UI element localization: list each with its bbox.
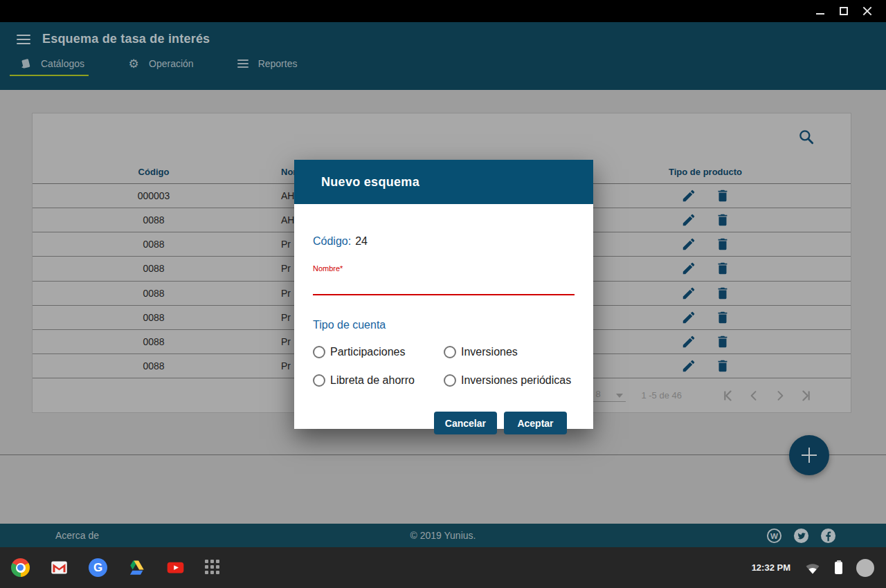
edit-pencil-icon[interactable] [681,261,696,276]
report-lines-icon [237,57,249,70]
edit-pencil-icon[interactable] [681,237,696,252]
search-icon[interactable] [797,128,815,146]
nombre-field-label: Nombre* [313,264,575,273]
window-titlebar [0,0,886,22]
delete-trash-icon[interactable] [715,212,730,228]
system-clock[interactable]: 12:32 PM [752,562,790,573]
radio-unchecked-icon [313,346,325,358]
last-page-button[interactable] [798,387,815,404]
maximize-button[interactable] [832,0,856,22]
chevron-down-icon [616,394,623,398]
apps-grid-icon[interactable] [205,558,224,577]
radio-label: Libreta de ahorro [330,374,415,387]
cell-codigo: 0088 [33,336,275,347]
wifi-icon[interactable] [804,560,821,576]
nuevo-esquema-dialog: Nuevo esquema Código:24 Nombre* Tipo de … [294,160,593,429]
cell-codigo: 0088 [33,288,275,299]
account-type-options: Participaciones Inversiones Libreta de a… [313,346,575,387]
cancel-button[interactable]: Cancelar [434,412,497,434]
tab-operacion[interactable]: ⚙ Operación [127,57,194,76]
codigo-value: 24 [355,235,368,247]
svg-text:W: W [770,531,778,540]
radio-unchecked-icon [444,374,456,387]
accept-button[interactable]: Aceptar [504,412,567,434]
add-scheme-fab[interactable] [789,435,829,475]
edit-pencil-icon[interactable] [681,212,696,228]
nombre-input[interactable] [313,290,575,295]
cell-codigo: 0088 [33,214,275,226]
app-footer: Acerca de © 2019 Yunius. W [0,524,886,547]
facebook-icon[interactable] [820,528,836,544]
next-page-button[interactable] [772,387,788,404]
account-type-radio[interactable]: Participaciones [313,346,444,358]
radio-unchecked-icon [444,346,456,358]
page-title: Esquema de tasa de interés [42,32,210,46]
account-type-radio[interactable]: Libreta de ahorro [313,374,444,387]
close-icon [862,6,872,16]
cell-codigo: 0088 [33,312,275,323]
per-page-value: 8 [595,389,600,399]
tab-label: Operación [149,58,194,69]
twitter-icon[interactable] [793,528,809,544]
content-divider [0,454,886,455]
youtube-icon[interactable] [166,558,185,577]
column-header-tipo-de-producto: Tipo de producto [602,167,809,177]
hamburger-menu-icon[interactable] [17,35,30,44]
tab-label: Reportes [258,58,298,69]
gmail-icon[interactable] [50,558,69,577]
account-type-radio[interactable]: Inversiones [444,346,575,358]
app-header: Esquema de tasa de interés Catálogos ⚙ O… [0,22,886,90]
column-header-codigo: Código [33,167,275,177]
drive-icon[interactable] [127,558,146,577]
previous-page-button[interactable] [745,387,762,404]
tab-reportes[interactable]: Reportes [237,57,298,76]
cell-codigo: 0088 [33,263,275,274]
pagination-range: 1 -5 de 46 [641,390,682,401]
copyright-text: © 2019 Yunius. [0,530,886,541]
radio-label: Inversiones periódicas [461,374,571,387]
cell-codigo: 0088 [33,360,275,371]
gear-icon: ⚙ [127,57,140,70]
edit-pencil-icon[interactable] [681,334,696,349]
main-nav: Catálogos ⚙ Operación Reportes [19,57,886,76]
delete-trash-icon[interactable] [715,334,730,349]
close-button[interactable] [856,0,879,22]
maximize-icon [840,7,848,15]
delete-trash-icon[interactable] [715,310,730,325]
dialog-title: Nuevo esquema [321,175,419,190]
codigo-label: Código: [313,235,351,247]
edit-pencil-icon[interactable] [681,358,696,374]
radio-unchecked-icon [313,374,325,387]
account-avatar[interactable] [856,559,874,577]
delete-trash-icon[interactable] [715,237,730,252]
edit-pencil-icon[interactable] [681,188,696,203]
tab-catalogos[interactable]: Catálogos [19,57,84,76]
delete-trash-icon[interactable] [715,286,730,301]
radio-label: Participaciones [330,346,406,358]
minimize-icon [816,13,824,15]
os-shelf: G 12:32 PM [0,547,886,588]
wordpress-icon[interactable]: W [766,528,782,544]
tipo-de-cuenta-label: Tipo de cuenta [313,319,575,331]
cell-codigo: 0088 [33,239,275,250]
edit-pencil-icon[interactable] [681,310,696,325]
delete-trash-icon[interactable] [715,261,730,276]
first-page-button[interactable] [719,387,736,404]
tab-label: Catálogos [41,58,84,69]
catalog-icon [19,57,32,70]
delete-trash-icon[interactable] [715,358,730,374]
minimize-button[interactable] [808,0,832,22]
per-page-select[interactable]: 8 [590,389,626,402]
google-icon[interactable]: G [89,558,107,577]
battery-icon[interactable] [835,562,842,574]
chrome-icon[interactable] [11,558,30,577]
delete-trash-icon[interactable] [715,188,730,203]
radio-label: Inversiones [461,346,518,358]
account-type-radio[interactable]: Inversiones periódicas [444,374,575,387]
cell-codigo: 000003 [33,190,275,201]
edit-pencil-icon[interactable] [681,286,696,301]
